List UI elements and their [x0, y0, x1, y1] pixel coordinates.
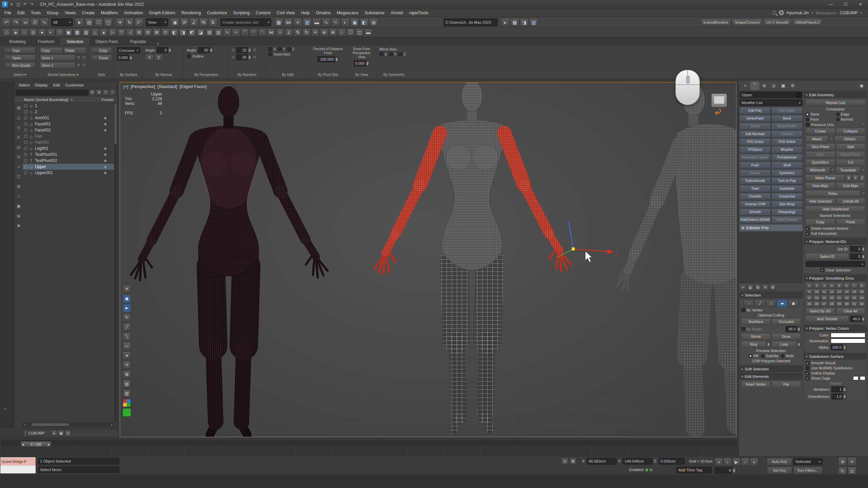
- explorer-menu-item[interactable]: Customize: [63, 82, 86, 88]
- modifier-button[interactable]: Skin Wrap: [771, 201, 803, 208]
- tool-icon[interactable]: □: [56, 28, 64, 37]
- tool-icon[interactable]: ⊞: [135, 28, 143, 37]
- tool-icon[interactable]: ≈: [232, 28, 240, 37]
- random-settings-icon[interactable]: [253, 55, 257, 60]
- iterations-spinner[interactable]: 1: [831, 386, 847, 392]
- vertex-colors-rollout-header[interactable]: Polygon: Vertex Colors: [804, 325, 867, 331]
- panel-footer[interactable]: Select ▾: [3, 73, 37, 78]
- modifier-list-dropdown[interactable]: Modifier List: [739, 99, 803, 106]
- smoothing-group-button[interactable]: 20: [828, 295, 835, 301]
- smoothing-group-button[interactable]: 16: [858, 289, 865, 294]
- display-spacewarps-icon[interactable]: ≈: [16, 164, 22, 170]
- flip-button[interactable]: Flip: [772, 381, 801, 388]
- visibility-icon[interactable]: [24, 153, 27, 156]
- minimize-button[interactable]: —: [823, 0, 838, 9]
- constraint-radio[interactable]: [806, 118, 809, 121]
- redo-icon[interactable]: ↷: [28, 1, 35, 8]
- layers-icon[interactable]: ▤: [123, 380, 131, 388]
- edge-subobject-icon[interactable]: ╱: [755, 300, 765, 307]
- random-count-icon[interactable]: [231, 55, 235, 60]
- tool-icon[interactable]: ▦: [73, 28, 81, 37]
- viewport-label-token[interactable]: [Perspective]: [131, 84, 155, 89]
- ribbon-tab[interactable]: Populate: [124, 38, 152, 45]
- axis-toggle[interactable]: Y: [145, 54, 154, 61]
- by-angle-checkbox[interactable]: [741, 327, 745, 331]
- tool-icon[interactable]: ○: [20, 28, 28, 37]
- maximize-button[interactable]: ☐: [838, 0, 853, 9]
- mirror-axis-checkbox[interactable]: [398, 52, 402, 56]
- modifier-button[interactable]: Unwrap UVW: [739, 201, 771, 208]
- menu-item[interactable]: Omatrix: [313, 9, 334, 17]
- hide-unselected-button[interactable]: Hide Unselected: [806, 206, 865, 212]
- msmooth-settings-icon[interactable]: [831, 168, 835, 172]
- menu-item[interactable]: Modifiers: [98, 9, 121, 17]
- perspective-viewport[interactable]: x [+][Perspective][Standard][Edged Faces…: [120, 82, 736, 437]
- tool-icon[interactable]: ◈: [12, 28, 20, 37]
- tool-icon[interactable]: ◝: [258, 28, 267, 37]
- menu-item[interactable]: Civil View: [274, 9, 298, 17]
- tool-icon[interactable]: ◪: [197, 28, 205, 37]
- tool-icon[interactable]: ⊟: [144, 28, 152, 37]
- explorer-search-input[interactable]: [16, 89, 88, 96]
- select-all-icon[interactable]: ▤: [16, 105, 22, 111]
- by-angle-spinner[interactable]: 45.0: [786, 326, 801, 332]
- rectangular-region-icon[interactable]: ☐: [94, 18, 103, 27]
- color-palette-icon[interactable]: [123, 399, 131, 407]
- smoothing-group-button[interactable]: 21: [836, 295, 843, 301]
- modifier-button[interactable]: ProOptimizer: [771, 154, 803, 161]
- panel-footer[interactable]: By Perspective: [185, 73, 228, 78]
- display-cameras-icon[interactable]: ◎: [16, 144, 22, 150]
- save-icon[interactable]: ◫: [15, 1, 22, 8]
- modifier-button[interactable]: FFD 4x4x4: [771, 138, 803, 145]
- menu-item[interactable]: Views: [62, 9, 79, 17]
- occluded-button[interactable]: Occluded: [772, 318, 801, 325]
- constraint-radio[interactable]: [836, 113, 840, 116]
- explorer-row[interactable]: ◇ Hair001: [23, 139, 114, 145]
- explorer-row[interactable]: ◇ 2: [23, 109, 114, 115]
- visibility-icon[interactable]: [24, 165, 27, 168]
- smoothing-group-button[interactable]: 4: [828, 283, 835, 288]
- auto-key-button[interactable]: Auto Key: [767, 458, 792, 465]
- cage-color-swatch[interactable]: [853, 376, 859, 380]
- app-menu-icon[interactable]: ≡: [8, 1, 15, 8]
- smoothing-group-button[interactable]: 8: [858, 283, 865, 288]
- vertex-color-swatch[interactable]: [831, 333, 865, 338]
- pivot-distance-spinner[interactable]: 100.000: [317, 56, 339, 62]
- explorer-vertical-scrollbar[interactable]: [114, 103, 117, 422]
- visibility-icon[interactable]: [24, 147, 27, 150]
- panel-footer[interactable]: Sets: [90, 73, 114, 78]
- snap-toggle-icon[interactable]: 3²: [180, 18, 189, 27]
- filter-set-icon[interactable]: ▽: [103, 89, 109, 96]
- outline-checkbox[interactable]: [187, 54, 191, 58]
- time-slider[interactable]: ◂ 0 / 100 ▸: [0, 439, 738, 447]
- asset-tracking-icon[interactable]: ▦: [510, 18, 519, 27]
- visibility-icon[interactable]: [24, 104, 27, 107]
- store-slot-icon[interactable]: [76, 63, 81, 67]
- axis-checkbox[interactable]: [287, 47, 291, 51]
- loop-button[interactable]: Loop: [772, 341, 797, 348]
- selection-rollout-header[interactable]: Selection: [739, 292, 803, 298]
- tool-icon[interactable]: ▲: [100, 28, 108, 37]
- modifier-button[interactable]: Symmetry: [771, 169, 803, 177]
- scale-icon[interactable]: ◸: [135, 18, 143, 27]
- store-2-button[interactable]: Store 2: [40, 62, 75, 68]
- hide-selected-button[interactable]: Hide Selected: [806, 198, 835, 205]
- modifier-button[interactable]: TurboSmooth: [739, 177, 771, 184]
- dock-tool-icon-b[interactable]: ▦: [58, 430, 64, 436]
- make-planar-axis-button[interactable]: Z: [859, 175, 865, 181]
- modifier-button[interactable]: FFD(box): [739, 146, 771, 153]
- brush-light-icon[interactable]: ☀: [123, 285, 131, 293]
- repeat-last-button[interactable]: Repeat Last: [806, 99, 865, 106]
- schematic-view-icon[interactable]: ⌗: [331, 18, 340, 27]
- macro-recorder-line[interactable]: Quixel Bridge P: [0, 457, 36, 466]
- backface-button[interactable]: Backface: [741, 318, 771, 325]
- panel-footer[interactable]: By Normal: [144, 73, 183, 78]
- smoothing-group-button[interactable]: 2: [813, 283, 820, 288]
- explorer-row[interactable]: ◇ Face002: [23, 127, 114, 133]
- explorer-row[interactable]: ◇ Arm001: [23, 115, 114, 121]
- paintbrush-icon[interactable]: ✎: [123, 313, 131, 322]
- redo-icon[interactable]: ↷: [12, 18, 20, 27]
- eraser-icon[interactable]: ▭: [123, 342, 131, 350]
- select-cursor-icon[interactable]: ►: [123, 304, 131, 312]
- layer-manager-icon[interactable]: ▥: [303, 18, 312, 27]
